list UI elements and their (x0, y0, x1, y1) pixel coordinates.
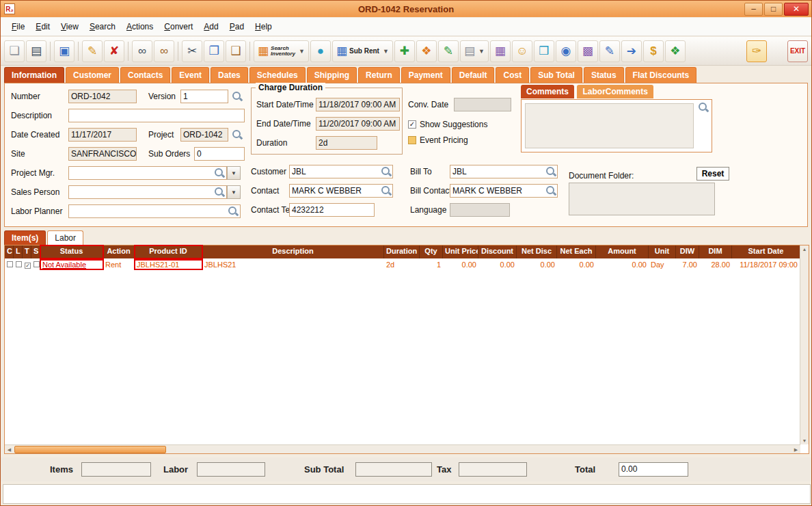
tab-default[interactable]: Default (452, 67, 495, 83)
exit-button[interactable]: EXIT (787, 40, 808, 62)
date-created-field[interactable]: 11/17/2017 (68, 128, 137, 142)
col-header-status[interactable]: Status (40, 245, 103, 258)
labor-planner-field[interactable] (68, 204, 241, 218)
tab-labor-comments[interactable]: LaborComments (577, 85, 653, 98)
scroll-right-icon[interactable]: ▶ (791, 445, 800, 454)
paste-button[interactable]: ❑ (226, 40, 246, 62)
chevron-down-icon[interactable]: ▼ (478, 48, 485, 55)
col-header-unit[interactable]: Unit (649, 245, 676, 258)
project-mgr-dropdown[interactable]: ▼ (227, 166, 241, 180)
version-lookup-icon[interactable] (232, 91, 243, 102)
parcel-button[interactable]: ❖ (665, 40, 686, 62)
scroll-left-icon[interactable]: ◀ (5, 445, 14, 454)
menu-convert[interactable]: Convert (159, 19, 198, 34)
site-field[interactable]: SANFRANCISCO (68, 147, 137, 161)
package-button[interactable]: ❒ (534, 40, 554, 62)
col-header-l[interactable]: L (14, 245, 23, 258)
col-header-duration[interactable]: Duration (384, 245, 420, 258)
tab-contacts[interactable]: Contacts (120, 67, 170, 83)
tab-comments[interactable]: Comments (521, 85, 574, 98)
menu-view[interactable]: View (55, 19, 84, 34)
add-item-button[interactable]: ✚ (394, 40, 415, 62)
tab-dates[interactable]: Dates (211, 67, 248, 83)
col-header-start-date[interactable]: Start Date (732, 245, 800, 258)
close-button[interactable]: ✕ (784, 3, 809, 16)
key-button[interactable]: ➔ (621, 40, 642, 62)
search-inventory-button[interactable]: ▦ SearchInventory ▼ (254, 40, 309, 62)
sales-person-dropdown[interactable]: ▼ (227, 185, 241, 199)
col-header-amount[interactable]: Amount (596, 245, 649, 258)
number-field[interactable]: ORD-1042 (68, 90, 137, 103)
col-header-s[interactable]: S (31, 245, 40, 258)
col-header-net-each[interactable]: Net Each (557, 245, 596, 258)
project-lookup-icon[interactable] (232, 129, 243, 140)
col-header-dim[interactable]: DIM (699, 245, 732, 258)
event-pricing-checkbox[interactable] (408, 136, 416, 144)
scroll-up-icon[interactable]: ▲ (801, 245, 809, 253)
contact-field[interactable]: MARK C WEBBER (289, 184, 393, 198)
show-suggestions-checkbox[interactable]: ✓ (408, 120, 416, 129)
project-mgr-field[interactable] (68, 166, 227, 180)
new-button[interactable]: ❏ (4, 40, 25, 62)
tab-information[interactable]: Information (4, 67, 64, 83)
group-items-button[interactable]: ❖ (416, 40, 437, 62)
menu-file[interactable]: File (6, 19, 30, 34)
col-header-description[interactable]: Description (202, 245, 384, 258)
edit-button[interactable]: ✎ (82, 40, 103, 62)
col-header-product-id[interactable]: Product ID (135, 245, 202, 258)
row-checkbox-l[interactable] (16, 261, 22, 267)
sub-orders-field[interactable]: 0 (194, 147, 245, 161)
comments-zoom-icon[interactable] (698, 102, 709, 113)
money-button[interactable]: $ (643, 40, 664, 62)
labor-planner-lookup-icon[interactable] (228, 206, 239, 217)
bill-contact-field[interactable]: MARK C WEBBER (450, 184, 558, 198)
maximize-button[interactable]: □ (764, 3, 783, 16)
tab-cost[interactable]: Cost (496, 67, 529, 83)
wand-button[interactable]: ✑ (746, 40, 767, 62)
tab-sub-total[interactable]: Sub Total (530, 67, 582, 83)
notepad-button[interactable]: ✎ (599, 40, 620, 62)
col-header-qty[interactable]: Qty (420, 245, 443, 258)
sales-person-lookup-icon[interactable] (214, 187, 225, 198)
tab-labor[interactable]: Labor (47, 230, 83, 245)
document-folder-box[interactable] (569, 183, 715, 215)
tab-schedules[interactable]: Schedules (249, 67, 306, 83)
start-datetime-field[interactable]: 11/18/2017 09:00 AM (316, 98, 400, 111)
chevron-down-icon[interactable]: ▼ (383, 48, 389, 55)
delete-button[interactable]: ✘ (104, 40, 124, 62)
menu-add[interactable]: Add (198, 19, 224, 34)
project-mgr-lookup-icon[interactable] (214, 168, 225, 178)
contact-lookup-icon[interactable] (381, 185, 392, 196)
cut-button[interactable]: ✂ (182, 40, 202, 62)
col-header-unit-price[interactable]: Unit Price (443, 245, 478, 258)
save-button[interactable]: ▣ (54, 40, 75, 62)
tab-event[interactable]: Event (172, 67, 209, 83)
col-header-t[interactable]: T (23, 245, 31, 258)
menu-actions[interactable]: Actions (121, 19, 159, 34)
col-header-net-disc[interactable]: Net Disc (517, 245, 557, 258)
find-button[interactable]: ∞ (132, 40, 152, 62)
tab-shipping[interactable]: Shipping (307, 67, 357, 83)
report-button[interactable]: ▦ (490, 40, 511, 62)
ink-drop-button[interactable]: ● (310, 40, 331, 62)
minimize-button[interactable]: – (744, 3, 763, 16)
duration-field[interactable]: 2d (316, 136, 377, 150)
description-field[interactable] (68, 109, 245, 122)
print-button[interactable]: ▤ (26, 40, 46, 62)
end-datetime-field[interactable]: 11/20/2017 09:00 AM (316, 117, 400, 131)
bill-to-lookup-icon[interactable] (545, 166, 556, 177)
table-row[interactable]: ✓ Not Available Rent JBLHS21-01 JBLHS21 … (5, 258, 800, 271)
contact-tel-field[interactable]: 4232212 (289, 203, 375, 217)
tab-status[interactable]: Status (584, 67, 624, 83)
reset-button[interactable]: Reset (696, 167, 729, 181)
inventory-cubes-button[interactable]: ▩ (578, 40, 598, 62)
find-price-button[interactable]: ∞ (154, 40, 174, 62)
sales-person-field[interactable] (68, 185, 227, 199)
vertical-scrollbar[interactable]: ▲ ▼ (800, 245, 809, 444)
menu-search[interactable]: Search (84, 19, 121, 34)
tab-items[interactable]: Item(s) (4, 230, 46, 245)
edit-note-button[interactable]: ✎ (438, 40, 459, 62)
comments-textarea[interactable] (525, 103, 694, 148)
customer-field[interactable]: JBL (289, 165, 393, 178)
row-checkbox-t[interactable]: ✓ (25, 263, 31, 269)
